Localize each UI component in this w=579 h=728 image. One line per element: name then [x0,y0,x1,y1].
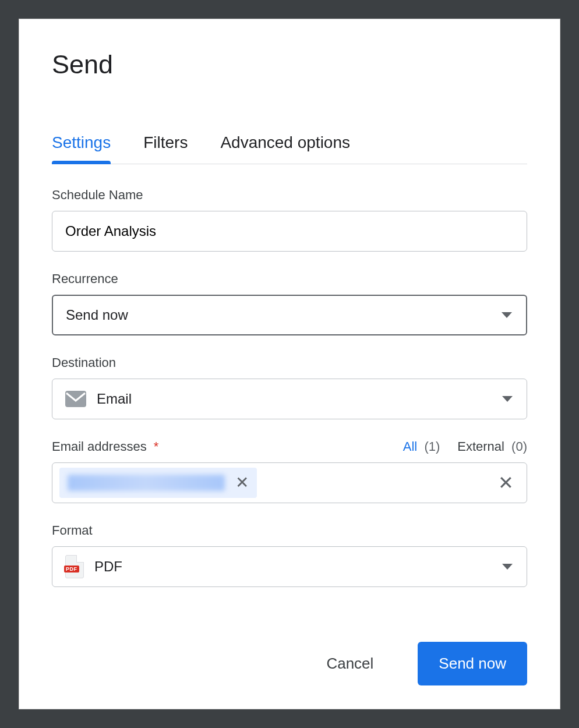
schedule-name-input-wrap[interactable] [52,211,527,252]
schedule-name-input[interactable] [65,211,514,251]
required-asterisk: * [154,439,159,454]
format-label: Format [52,523,93,538]
email-icon [65,391,86,407]
pdf-badge: PDF [64,566,79,572]
recurrence-select[interactable]: Send now [52,295,527,335]
send-dialog: Send Settings Filters Advanced options S… [19,19,560,709]
caret-down-icon [502,396,513,402]
dialog-footer: Cancel Send now [52,642,527,685]
send-now-button[interactable]: Send now [418,642,527,685]
caret-down-icon [502,564,513,570]
clear-all-icon[interactable]: ✕ [496,471,516,494]
email-addresses-field: Email addresses * All (1) External (0) [52,439,527,503]
recurrence-field: Recurrence Send now [52,271,527,335]
schedule-name-label: Schedule Name [52,188,143,203]
email-addresses-input[interactable]: ✕ ✕ [52,462,527,503]
caret-down-icon [502,312,512,318]
tab-settings[interactable]: Settings [52,133,111,164]
email-chip-redacted [68,475,225,491]
email-count-external[interactable]: External (0) [457,439,527,454]
dialog-title: Send [52,50,527,80]
format-value: PDF [94,559,122,575]
email-count-external-num: (0) [511,439,527,454]
tab-filters[interactable]: Filters [143,133,188,164]
tab-advanced-options[interactable]: Advanced options [220,133,350,164]
svg-rect-0 [65,391,86,407]
email-count-all-label: All [403,439,417,454]
email-addresses-label-wrap: Email addresses * [52,439,158,454]
email-counts: All (1) External (0) [403,439,527,454]
recurrence-label: Recurrence [52,271,118,287]
format-field: Format PDF PDF [52,523,527,587]
pdf-icon: PDF [65,555,84,578]
format-select[interactable]: PDF PDF [52,546,527,587]
chip-remove-icon[interactable]: ✕ [233,472,251,493]
destination-select[interactable]: Email [52,379,527,419]
email-addresses-label: Email addresses [52,439,147,454]
email-count-all[interactable]: All (1) [403,439,440,454]
schedule-name-field: Schedule Name [52,188,527,252]
settings-form: Schedule Name Recurrence Send now Destin… [52,188,527,619]
destination-value: Email [97,391,132,407]
recurrence-value: Send now [66,307,128,323]
email-chip[interactable]: ✕ [59,468,257,498]
dialog-tabs: Settings Filters Advanced options [52,133,527,164]
cancel-button[interactable]: Cancel [305,642,394,685]
destination-label: Destination [52,355,116,370]
email-count-all-num: (1) [424,439,440,454]
email-count-external-label: External [457,439,504,454]
destination-field: Destination Email [52,355,527,419]
